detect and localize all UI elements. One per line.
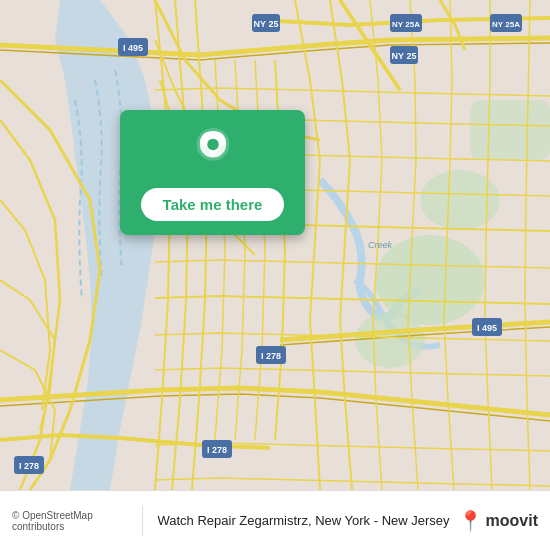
svg-text:I 278: I 278 [261, 351, 281, 361]
map-background: NY 25 NY 25A NY 25A NY 25 I 495 I 495 I … [0, 0, 550, 490]
business-name: Watch Repair Zegarmistrz, New York - New… [157, 513, 449, 528]
attribution: © OpenStreetMap contributors [12, 510, 128, 532]
svg-text:NY 25A: NY 25A [492, 20, 520, 29]
svg-text:I 495: I 495 [123, 43, 143, 53]
location-pin-icon [190, 128, 236, 174]
location-card: Take me there [120, 110, 305, 235]
svg-text:NY 25A: NY 25A [392, 20, 420, 29]
svg-text:I 495: I 495 [477, 323, 497, 333]
bottom-bar: © OpenStreetMap contributors Watch Repai… [0, 490, 550, 550]
svg-point-27 [207, 139, 219, 151]
moovit-pin-icon: 📍 [458, 509, 483, 533]
map-svg: NY 25 NY 25A NY 25A NY 25 I 495 I 495 I … [0, 0, 550, 490]
moovit-logo: 📍 moovit [458, 509, 538, 533]
moovit-brand-text: moovit [486, 512, 538, 530]
bottom-info: © OpenStreetMap contributors Watch Repai… [12, 506, 450, 536]
svg-text:NY 25: NY 25 [392, 51, 417, 61]
take-me-there-button[interactable]: Take me there [141, 188, 285, 221]
svg-text:Creek: Creek [368, 240, 393, 250]
svg-rect-4 [470, 100, 550, 160]
svg-text:NY 25: NY 25 [254, 19, 279, 29]
svg-text:I 278: I 278 [207, 445, 227, 455]
svg-point-3 [355, 312, 425, 368]
svg-text:I 278: I 278 [19, 461, 39, 471]
